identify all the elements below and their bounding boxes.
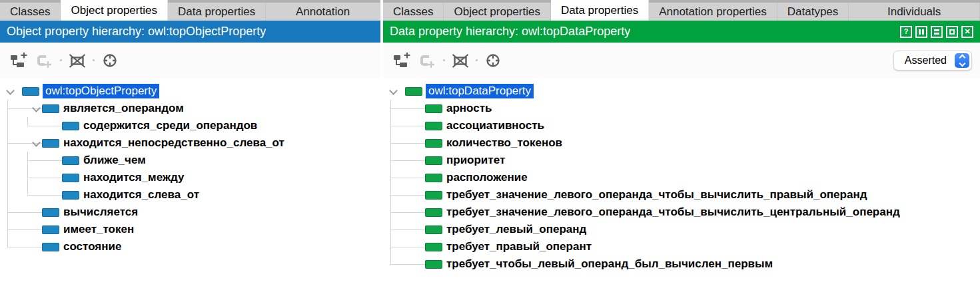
float-window-icon[interactable] xyxy=(946,26,958,38)
expand-chevron-icon[interactable] xyxy=(6,86,15,95)
close-glyph: ✕ xyxy=(964,28,970,35)
tree-item-label[interactable]: требует_левый_операнд xyxy=(446,223,586,236)
tree-item-label[interactable]: находится_слева_от xyxy=(83,188,199,202)
tree-row[interactable]: имеет_токен xyxy=(0,221,380,238)
tree-item-label[interactable]: требует_правый_оперант xyxy=(446,240,592,253)
tree-row[interactable]: ассоциативность xyxy=(383,117,980,134)
highlight-selection-button[interactable] xyxy=(482,50,504,71)
tree-item-label[interactable]: имеет_токен xyxy=(63,223,134,236)
tree-row[interactable]: находится_непосредственно_слева_от xyxy=(0,134,380,152)
tree-connector xyxy=(390,169,425,186)
object-property-tree: owl:topObjectPropertyявляется_операндомс… xyxy=(0,78,380,294)
tree-row[interactable]: является_операндом xyxy=(0,100,380,117)
dropdown-selected-value: Asserted xyxy=(905,55,947,67)
split-horizontal-icon[interactable] xyxy=(931,26,943,38)
protege-property-panels: Classes Object properties Data propertie… xyxy=(0,0,980,294)
add-sibling-property-button[interactable] xyxy=(34,50,55,71)
tree-row[interactable]: количество_токенов xyxy=(383,134,980,152)
tree-item-label[interactable]: требует_значение_левого_операнда_чтобы_в… xyxy=(446,188,867,202)
tree-guide xyxy=(7,186,27,204)
tree-item-label[interactable]: находится_между xyxy=(83,171,184,184)
tree-item-label[interactable]: вычисляется xyxy=(63,206,138,219)
tree-item-label[interactable]: ассоциативность xyxy=(446,119,544,132)
tree-item-label[interactable]: расположение xyxy=(446,171,528,184)
help-icon[interactable]: ? xyxy=(900,26,912,38)
delete-property-icon xyxy=(452,53,469,69)
tree-connector xyxy=(27,186,62,204)
hierarchy-mode-dropdown[interactable]: Asserted xyxy=(893,51,972,71)
tree-row[interactable]: требует_значение_левого_операнда_чтобы_в… xyxy=(383,204,980,221)
tree-guide xyxy=(7,117,27,134)
tree-row[interactable]: находится_между xyxy=(0,169,380,186)
expand-chevron-icon[interactable] xyxy=(32,138,41,147)
object-property-icon xyxy=(62,191,79,200)
panel-title: Data property hierarchy: owl:topDataProp… xyxy=(390,25,630,39)
tab[interactable]: Datatypes xyxy=(777,3,849,21)
tree-row[interactable]: содержится_среди_операндов xyxy=(0,117,380,134)
data-property-icon xyxy=(425,208,442,217)
tab[interactable]: Classes xyxy=(0,3,61,21)
add-sibling-property-button[interactable] xyxy=(417,50,438,71)
tab[interactable]: Data properties xyxy=(551,0,649,21)
tree-item-label[interactable]: количество_токенов xyxy=(446,136,562,150)
expand-chevron-icon[interactable] xyxy=(32,104,41,112)
tree-item-label[interactable]: является_операндом xyxy=(63,102,184,115)
tree-item-label[interactable]: owl:topObjectProperty xyxy=(43,84,159,98)
tree-item-label[interactable]: ближе_чем xyxy=(83,154,146,167)
split-vertical-icon[interactable] xyxy=(915,26,927,38)
expand-chevron-icon[interactable] xyxy=(389,86,398,95)
tree-row[interactable]: требует_правый_оперант xyxy=(383,238,980,255)
tree-row[interactable]: owl:topObjectProperty xyxy=(0,82,380,100)
tree-row[interactable]: расположение xyxy=(383,169,980,186)
tree-item-label[interactable]: требует_чтобы_левый_операнд_был_вычислен… xyxy=(446,257,773,271)
delete-property-button[interactable] xyxy=(450,50,471,71)
tree-row[interactable]: требует_значение_левого_операнда_чтобы_в… xyxy=(383,186,980,204)
data-property-icon xyxy=(425,174,442,182)
tree-row[interactable]: арность xyxy=(383,100,980,117)
tab[interactable]: Individuals xyxy=(849,3,980,21)
tree-row[interactable]: приоритет xyxy=(383,152,980,169)
tree-connector xyxy=(390,134,425,152)
tab[interactable]: Object properties xyxy=(444,3,550,21)
right-tab-bar: Classes Object properties Data propertie… xyxy=(383,0,980,21)
add-sub-property-icon xyxy=(393,53,410,69)
tree-connector xyxy=(27,152,62,169)
tab[interactable]: Data properties xyxy=(168,3,266,21)
tree-connector xyxy=(7,134,42,152)
tree-row[interactable]: owl:topDataProperty xyxy=(383,82,980,100)
toolbar-separator-dot xyxy=(60,59,62,61)
add-sub-property-button[interactable] xyxy=(8,50,29,71)
delete-property-icon xyxy=(69,53,86,69)
tree-guide xyxy=(7,169,27,186)
tab[interactable]: Annotation properties xyxy=(649,3,777,21)
data-property-icon xyxy=(425,122,442,130)
tree-item-label[interactable]: находится_непосредственно_слева_от xyxy=(63,136,284,150)
tree-item-label[interactable]: приоритет xyxy=(446,154,505,167)
toolbar-separator-dot xyxy=(443,59,445,61)
tree-connector xyxy=(390,221,425,238)
tree-root-zone xyxy=(390,82,405,100)
tree-row[interactable]: требует_левый_операнд xyxy=(383,221,980,238)
highlight-selection-button[interactable] xyxy=(99,50,121,71)
close-icon[interactable]: ✕ xyxy=(961,26,973,38)
tab[interactable]: Object properties xyxy=(61,0,167,21)
tab-label: Annotation xyxy=(296,5,350,19)
tree-connector xyxy=(7,221,42,238)
tree-item-label[interactable]: состояние xyxy=(63,240,121,253)
tree-row[interactable]: требует_чтобы_левый_операнд_был_вычислен… xyxy=(383,255,980,273)
delete-property-button[interactable] xyxy=(67,50,88,71)
tree-item-label[interactable]: арность xyxy=(446,102,492,115)
tree-connector xyxy=(390,100,425,117)
tree-item-label[interactable]: содержится_среди_операндов xyxy=(83,119,257,132)
toolbar-separator-dot xyxy=(93,59,95,61)
tab[interactable]: Classes xyxy=(383,3,444,21)
data-property-icon xyxy=(425,243,442,251)
tree-row[interactable]: находится_слева_от xyxy=(0,186,380,204)
tab[interactable]: Annotation xyxy=(266,3,380,21)
tree-row[interactable]: состояние xyxy=(0,238,380,255)
tree-row[interactable]: вычисляется xyxy=(0,204,380,221)
tree-row[interactable]: ближе_чем xyxy=(0,152,380,169)
tree-item-label[interactable]: owl:topDataProperty xyxy=(426,84,534,98)
tree-item-label[interactable]: требует_значение_левого_операнда_чтобы_в… xyxy=(446,206,900,219)
add-sub-property-button[interactable] xyxy=(391,50,412,71)
